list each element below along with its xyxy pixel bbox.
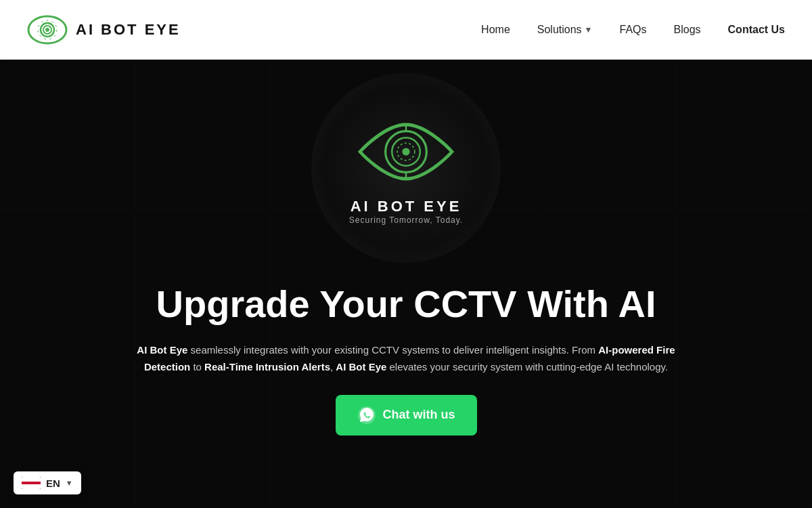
nav-item-solutions[interactable]: Solutions ▼ (537, 24, 593, 36)
chevron-down-icon: ▼ (585, 25, 593, 35)
lang-code: EN (46, 478, 60, 489)
lang-chevron-icon: ▼ (66, 479, 73, 487)
center-tagline: Securing Tomorrow, Today. (349, 215, 463, 225)
center-brand-name: AI BOT EYE (351, 198, 462, 215)
svg-line-14 (22, 477, 41, 489)
main-heading: Upgrade Your CCTV With AI (129, 283, 683, 325)
brand-name-2: AI Bot Eye (336, 361, 386, 373)
cta-label: Chat with us (383, 408, 455, 422)
logo-text: AI BOT EYE (76, 21, 181, 39)
svg-rect-18 (22, 482, 41, 484)
hero-content: AI BOT EYE Securing Tomorrow, Today. Upg… (0, 60, 812, 508)
brand-name-1: AI Bot Eye (137, 344, 187, 356)
logo-icon (27, 9, 68, 50)
center-logo-wrapper: AI BOT EYE Securing Tomorrow, Today. (311, 73, 501, 263)
svg-line-11 (22, 477, 41, 489)
nav-item-contact[interactable]: Contact Us (728, 24, 785, 36)
nav-links: Home Solutions ▼ FAQs Blogs Contact Us (481, 24, 785, 36)
svg-rect-17 (30, 477, 32, 489)
whatsapp-icon (357, 406, 376, 425)
center-logo-svg (352, 111, 460, 192)
center-circle: AI BOT EYE Securing Tomorrow, Today. (311, 73, 501, 263)
language-switcher[interactable]: EN ▼ (14, 471, 81, 494)
nav-item-home[interactable]: Home (481, 24, 510, 36)
svg-rect-16 (22, 482, 41, 484)
chat-cta-button[interactable]: Chat with us (336, 395, 477, 436)
svg-point-3 (45, 28, 49, 32)
hero-section: AI BOT EYE Securing Tomorrow, Today. Upg… (0, 60, 812, 508)
svg-line-13 (22, 477, 41, 489)
svg-rect-10 (22, 477, 41, 489)
nav-item-faqs[interactable]: FAQs (620, 24, 647, 36)
nav-item-blogs[interactable]: Blogs (674, 24, 701, 36)
navbar: AI BOT EYE Home Solutions ▼ FAQs Blogs C… (0, 0, 812, 60)
svg-rect-15 (30, 477, 32, 489)
svg-point-8 (402, 148, 409, 155)
feature-2: Real-Time Intrusion Alerts (204, 361, 330, 373)
svg-line-12 (22, 477, 41, 489)
hero-description: AI Bot Eye seamlessly integrates with yo… (115, 341, 697, 376)
flag-icon (22, 477, 41, 489)
logo-area[interactable]: AI BOT EYE (27, 9, 181, 50)
